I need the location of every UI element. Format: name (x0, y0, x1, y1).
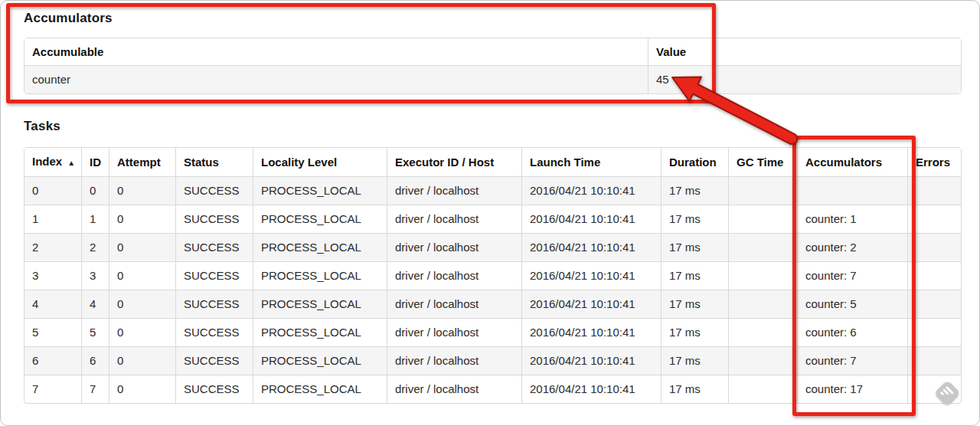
task-cell-executor-id-host: driver / localhost (387, 375, 522, 403)
task-cell-errors (908, 234, 961, 262)
task-cell-errors (908, 205, 961, 234)
task-cell-attempt: 0 (109, 177, 176, 205)
accumulable-value-cell: 45 (648, 66, 961, 93)
accumulators-header-row: Accumulable Value (24, 38, 961, 66)
task-cell-accumulators: counter: 7 (798, 262, 908, 290)
task-cell-accumulators (798, 177, 908, 205)
sort-asc-icon: ▲ (67, 159, 75, 167)
task-cell-errors (908, 290, 961, 319)
tasks-column-header-gc-time[interactable]: GC Time (729, 148, 798, 177)
task-cell-gc-time (729, 177, 798, 205)
tasks-column-header-accumulators[interactable]: Accumulators (798, 148, 908, 177)
tasks-column-header-index[interactable]: Index▲ (24, 148, 82, 177)
task-cell-id: 6 (82, 347, 109, 375)
task-cell-status: SUCCESS (176, 234, 253, 262)
task-cell-accumulators: counter: 5 (798, 290, 908, 319)
tasks-column-header-attempt[interactable]: Attempt (109, 148, 176, 177)
task-cell-attempt: 0 (109, 319, 176, 347)
task-cell-index: 2 (24, 234, 82, 262)
task-cell-accumulators: counter: 6 (798, 319, 908, 347)
page-content: Accumulators Accumulable Value counter 4… (1, 1, 979, 404)
tasks-column-header-executor-id-host[interactable]: Executor ID / Host (387, 148, 522, 177)
task-cell-locality-level: PROCESS_LOCAL (253, 177, 387, 205)
task-cell-index: 3 (24, 262, 82, 290)
tasks-header-row: Index▲IDAttemptStatusLocality LevelExecu… (24, 148, 961, 177)
accumulable-name-cell: counter (24, 66, 648, 93)
task-cell-status: SUCCESS (176, 375, 253, 403)
task-cell-locality-level: PROCESS_LOCAL (253, 234, 387, 262)
task-cell-duration: 17 ms (662, 375, 729, 403)
task-cell-status: SUCCESS (176, 262, 253, 290)
task-cell-index: 6 (24, 347, 82, 375)
task-cell-executor-id-host: driver / localhost (387, 262, 522, 290)
tasks-table-body: 000SUCCESSPROCESS_LOCALdriver / localhos… (24, 177, 961, 403)
task-cell-status: SUCCESS (176, 319, 253, 347)
task-cell-executor-id-host: driver / localhost (387, 234, 522, 262)
task-cell-accumulators: counter: 2 (798, 234, 908, 262)
task-cell-id: 1 (82, 205, 109, 234)
task-cell-launch-time: 2016/04/21 10:10:41 (522, 205, 662, 234)
task-cell-executor-id-host: driver / localhost (387, 319, 522, 347)
spark-ui-stage-page: Accumulators Accumulable Value counter 4… (0, 0, 980, 426)
task-cell-launch-time: 2016/04/21 10:10:41 (522, 375, 662, 403)
task-cell-locality-level: PROCESS_LOCAL (253, 205, 387, 234)
task-cell-duration: 17 ms (662, 319, 729, 347)
task-cell-index: 5 (24, 319, 82, 347)
task-cell-status: SUCCESS (176, 347, 253, 375)
task-cell-attempt: 0 (109, 375, 176, 403)
task-cell-errors (908, 347, 961, 375)
task-cell-gc-time (729, 319, 798, 347)
task-cell-attempt: 0 (109, 347, 176, 375)
task-cell-executor-id-host: driver / localhost (387, 290, 522, 319)
tasks-column-header-errors[interactable]: Errors (908, 148, 961, 177)
task-cell-index: 4 (24, 290, 82, 319)
task-cell-accumulators: counter: 7 (798, 347, 908, 375)
task-cell-attempt: 0 (109, 290, 176, 319)
task-row: 110SUCCESSPROCESS_LOCALdriver / localhos… (24, 205, 961, 234)
task-cell-duration: 17 ms (662, 234, 729, 262)
task-cell-id: 3 (82, 262, 109, 290)
task-cell-accumulators: counter: 17 (798, 375, 908, 403)
tasks-column-header-duration[interactable]: Duration (662, 148, 729, 177)
tasks-column-header-launch-time[interactable]: Launch Time (522, 148, 662, 177)
tasks-column-header-id[interactable]: ID (82, 148, 109, 177)
task-cell-locality-level: PROCESS_LOCAL (253, 347, 387, 375)
task-cell-duration: 17 ms (662, 177, 729, 205)
task-cell-id: 5 (82, 319, 109, 347)
task-cell-gc-time (729, 347, 798, 375)
tasks-column-header-status[interactable]: Status (176, 148, 253, 177)
task-cell-launch-time: 2016/04/21 10:10:41 (522, 234, 662, 262)
tasks-table: Index▲IDAttemptStatusLocality LevelExecu… (24, 147, 962, 404)
task-cell-gc-time (729, 290, 798, 319)
task-cell-id: 2 (82, 234, 109, 262)
task-cell-locality-level: PROCESS_LOCAL (253, 319, 387, 347)
task-cell-attempt: 0 (109, 205, 176, 234)
task-cell-duration: 17 ms (662, 262, 729, 290)
task-cell-gc-time (729, 375, 798, 403)
task-cell-index: 7 (24, 375, 82, 403)
task-cell-launch-time: 2016/04/21 10:10:41 (522, 262, 662, 290)
task-cell-accumulators: counter: 1 (798, 205, 908, 234)
accumulable-column-header[interactable]: Accumulable (24, 38, 648, 66)
task-cell-executor-id-host: driver / localhost (387, 205, 522, 234)
task-cell-errors (908, 262, 961, 290)
task-cell-gc-time (729, 234, 798, 262)
task-row: 660SUCCESSPROCESS_LOCALdriver / localhos… (24, 347, 961, 375)
task-cell-id: 7 (82, 375, 109, 403)
task-row: 330SUCCESSPROCESS_LOCALdriver / localhos… (24, 262, 961, 290)
task-cell-index: 0 (24, 177, 82, 205)
task-row: 550SUCCESSPROCESS_LOCALdriver / localhos… (24, 319, 961, 347)
tasks-column-header-locality-level[interactable]: Locality Level (253, 148, 387, 177)
task-cell-duration: 17 ms (662, 347, 729, 375)
task-cell-id: 0 (82, 177, 109, 205)
task-cell-status: SUCCESS (176, 177, 253, 205)
task-cell-index: 1 (24, 205, 82, 234)
task-cell-attempt: 0 (109, 234, 176, 262)
value-column-header[interactable]: Value (648, 38, 961, 66)
task-cell-locality-level: PROCESS_LOCAL (253, 262, 387, 290)
task-cell-gc-time (729, 205, 798, 234)
task-cell-duration: 17 ms (662, 205, 729, 234)
task-row: 770SUCCESSPROCESS_LOCALdriver / localhos… (24, 375, 961, 403)
task-cell-launch-time: 2016/04/21 10:10:41 (522, 177, 662, 205)
task-cell-errors (908, 177, 961, 205)
